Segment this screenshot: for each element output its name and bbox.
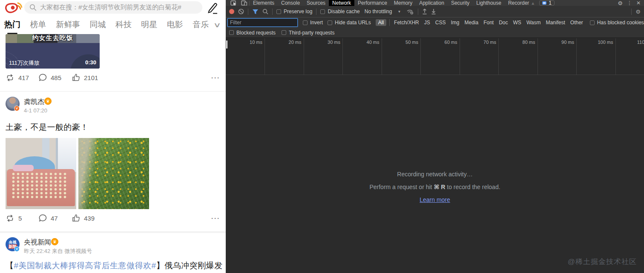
empty-state-line2: Perform a request or hit ⌘ R to record t… — [226, 184, 644, 190]
preserve-log-checkbox[interactable]: Preserve log — [276, 9, 312, 14]
network-conditions-icon[interactable] — [406, 9, 414, 14]
post-image-beans[interactable] — [78, 138, 149, 209]
weibo-logo-icon[interactable] — [4, 0, 22, 15]
ruler-tick-5: 60 ms — [421, 38, 460, 75]
network-settings-gear-icon[interactable]: ⚙ — [635, 9, 641, 15]
devtools-tab-0[interactable]: Elements — [250, 0, 278, 6]
nav-tab-1[interactable]: 榜单 — [30, 19, 46, 30]
network-filter-input[interactable] — [227, 18, 298, 27]
export-har-icon[interactable] — [431, 9, 436, 14]
request-type-filter-7[interactable]: Doc — [496, 19, 510, 26]
request-type-filter-0[interactable]: All — [376, 19, 386, 26]
ruler-tick-9: 100 ms — [577, 38, 616, 75]
verified-badge-icon: V — [14, 106, 20, 111]
empty-state-line1: Recording network activity… — [226, 171, 644, 178]
post-text-rest: 俄乌冲突刚爆发时，美 — [164, 261, 223, 270]
devtools-tab-3[interactable]: Network — [329, 0, 354, 6]
request-type-filter-11[interactable]: Other — [568, 19, 586, 26]
divider — [316, 9, 316, 15]
empty-state-message: Recording network activity… Perform a re… — [226, 171, 644, 203]
throttling-select[interactable]: No throttling — [365, 9, 392, 14]
video-thumbnail[interactable]: 约女生去吃饭 111万次播放 0:30 — [6, 34, 100, 69]
devtools-tab-7[interactable]: Security — [448, 0, 473, 6]
repost-button[interactable]: 5 — [6, 215, 39, 222]
search-input[interactable]: 大家都在搜：#女生清明节收到前男友送的白菊花# — [24, 1, 202, 14]
close-devtools-icon[interactable]: ✕ — [636, 0, 641, 6]
request-type-filter-5[interactable]: Media — [462, 19, 481, 26]
request-type-filter-10[interactable]: Manifest — [543, 19, 567, 26]
more-options-icon[interactable]: ··· — [211, 74, 220, 81]
devtools-tab-4[interactable]: Performance — [354, 0, 391, 6]
devtools-tab-8[interactable]: Lighthouse — [473, 0, 505, 6]
image-part — [56, 138, 76, 172]
ruler-tick-0: 10 ms — [226, 38, 265, 75]
has-blocked-cookies-checkbox[interactable]: Has blocked cookies — [590, 20, 644, 26]
compose-button[interactable] — [206, 2, 219, 14]
vip-crown-icon: ♛ — [44, 98, 52, 105]
devtools-tab-6[interactable]: Application — [416, 0, 448, 6]
chevron-down-icon[interactable]: ∨ — [213, 21, 221, 29]
post-text: 【#美国制裁大棒挥得高背后生意做得欢#】俄乌冲突刚爆发时，美 — [6, 260, 223, 271]
filter-toggle-icon[interactable] — [252, 9, 259, 14]
more-options-icon[interactable]: ··· — [211, 215, 220, 222]
checkbox-icon — [229, 30, 234, 35]
post-image-bedroom[interactable] — [6, 138, 76, 209]
hashtag-link[interactable]: #美国制裁大棒挥得高背后生意做得欢# — [14, 261, 156, 270]
devtools-tab-9[interactable]: Recorder — [505, 0, 532, 6]
request-type-filter-3[interactable]: CSS — [433, 19, 448, 26]
request-type-filter-1[interactable]: Fetch/XHR — [389, 19, 422, 26]
nav-tab-6[interactable]: 电影 — [167, 19, 183, 30]
nav-tab-2[interactable]: 新鲜事 — [56, 19, 80, 30]
clear-button[interactable] — [238, 9, 244, 14]
comment-button[interactable]: 485 — [39, 74, 72, 81]
repost-button[interactable]: 417 — [6, 74, 39, 81]
checkbox-icon — [282, 30, 286, 35]
like-button[interactable]: 439 — [72, 214, 105, 222]
third-party-requests-checkbox[interactable]: Third-party requests — [282, 30, 334, 36]
ruler-cursor-marker — [226, 40, 227, 49]
search-icon[interactable] — [262, 9, 268, 14]
invert-checkbox[interactable]: Invert — [303, 20, 323, 26]
device-toolbar-icon[interactable] — [241, 0, 247, 6]
devtools-panel: ElementsConsoleSourcesNetworkPerformance… — [226, 0, 644, 273]
learn-more-link[interactable]: Learn more — [420, 196, 450, 203]
request-type-filter-8[interactable]: WS — [511, 19, 524, 26]
comment-button[interactable]: 47 — [39, 214, 72, 222]
issues-badge[interactable]: 1 — [539, 0, 555, 6]
checkbox-icon — [276, 9, 281, 14]
divider — [631, 9, 632, 15]
checkbox-icon — [328, 20, 332, 25]
nav-tab-0[interactable]: 热门 — [4, 19, 20, 30]
devtools-tab-5[interactable]: Memory — [391, 0, 416, 6]
devtools-tab-1[interactable]: Console — [278, 0, 303, 6]
settings-gear-icon[interactable]: ⚙ — [618, 0, 623, 6]
video-meta: 111万次播放 0:30 — [9, 59, 96, 67]
weibo-panel: 大家都在搜：#女生清明节收到前男友送的白菊花# 热门榜单新鲜事同城科技明星电影音… — [0, 0, 226, 273]
request-type-filter-9[interactable]: Wasm — [524, 19, 543, 26]
kebab-menu-icon[interactable]: ⋮ — [627, 0, 632, 6]
ruler-tick-10: 110 ms — [616, 38, 644, 75]
empty-state-text: Perform a request or hit — [369, 184, 434, 190]
request-type-filter-6[interactable]: Font — [481, 19, 496, 26]
like-icon — [72, 214, 80, 222]
nav-tab-7[interactable]: 音乐 — [193, 19, 209, 30]
record-button[interactable] — [229, 9, 234, 14]
devtools-tabbar: ElementsConsoleSourcesNetworkPerformance… — [226, 0, 644, 6]
username[interactable]: 央视新闻 — [24, 238, 51, 247]
hide-data-urls-checkbox[interactable]: Hide data URLs — [328, 20, 371, 26]
disable-cache-checkbox[interactable]: Disable cache — [320, 9, 359, 14]
request-type-filter-2[interactable]: JS — [422, 19, 433, 26]
nav-tab-4[interactable]: 科技 — [115, 19, 132, 30]
like-button[interactable]: 2101 — [72, 74, 105, 81]
username[interactable]: 龚凯杰 — [24, 98, 44, 106]
blocked-requests-checkbox[interactable]: Blocked requests — [229, 30, 276, 36]
checkbox-label: Disable cache — [328, 9, 359, 14]
nav-tab-3[interactable]: 同城 — [89, 19, 106, 30]
request-type-filter-4[interactable]: Img — [448, 19, 462, 26]
comment-count: 485 — [51, 74, 61, 81]
devtools-tab-2[interactable]: Sources — [303, 0, 329, 6]
import-har-icon[interactable] — [422, 9, 427, 14]
inspect-element-icon[interactable] — [230, 0, 237, 6]
keyboard-shortcut: ⌘ R — [434, 184, 445, 190]
nav-tab-5[interactable]: 明星 — [141, 19, 157, 30]
